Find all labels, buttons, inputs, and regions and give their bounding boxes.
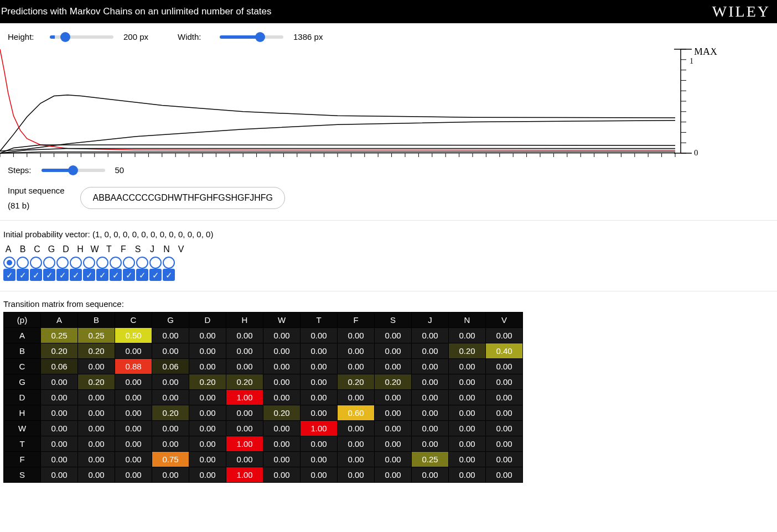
state-visible-checkbox[interactable]: ✓ [30, 269, 42, 281]
state-visible-checkbox[interactable]: ✓ [163, 269, 175, 281]
matrix-cell: 0.00 [412, 390, 449, 405]
matrix-cell: 0.00 [152, 343, 189, 359]
matrix-cell: 0.00 [226, 405, 263, 421]
matrix-row-header: G [4, 374, 41, 390]
matrix-col-header: J [412, 312, 449, 328]
sequence-label: Input sequence [8, 186, 65, 195]
width-value: 1386 px [293, 32, 338, 41]
state-visible-checkbox[interactable]: ✓ [17, 269, 29, 281]
state-visible-checkbox[interactable]: ✓ [96, 269, 108, 281]
matrix-col-header: H [226, 312, 263, 328]
state-letter: B [18, 244, 28, 254]
state-visible-checkbox[interactable]: ✓ [123, 269, 135, 281]
matrix-cell: 0.00 [375, 328, 412, 343]
svg-text:MAX: MAX [694, 48, 717, 57]
matrix-cell: 0.00 [375, 436, 412, 452]
transition-matrix: (p)ABCGDHWTFSJNVA0.250.250.500.000.000.0… [3, 312, 523, 483]
state-visible-checkbox[interactable]: ✓ [110, 269, 122, 281]
matrix-cell: 0.00 [263, 343, 301, 359]
matrix-cell: 0.00 [226, 452, 263, 467]
matrix-cell: 0.00 [189, 343, 226, 359]
matrix-cell: 0.20 [78, 374, 115, 390]
steps-slider[interactable] [42, 169, 105, 172]
state-visible-checkbox[interactable]: ✓ [3, 269, 15, 281]
matrix-cell: 0.00 [375, 467, 412, 483]
matrix-cell: 0.00 [301, 452, 338, 467]
matrix-cell: 0.20 [152, 405, 189, 421]
matrix-cell: 0.00 [301, 359, 338, 374]
matrix-row-header: C [4, 359, 41, 374]
initial-state-radio[interactable] [163, 257, 175, 269]
matrix-cell: 0.50 [115, 328, 152, 343]
width-slider[interactable] [220, 35, 283, 39]
matrix-cell: 0.00 [41, 390, 78, 405]
width-label: Width: [178, 32, 210, 41]
chart-svg: MAX10 [0, 48, 777, 159]
matrix-cell: 0.00 [486, 421, 523, 436]
initial-state-radios [3, 257, 774, 269]
state-letter: T [104, 244, 114, 254]
matrix-cell: 0.20 [263, 405, 301, 421]
state-letter: A [3, 244, 13, 254]
height-value: 200 px [123, 32, 168, 41]
matrix-cell: 0.00 [486, 390, 523, 405]
initial-state-radio[interactable] [56, 257, 69, 269]
initial-state-radio[interactable] [17, 257, 29, 269]
matrix-cell: 0.00 [152, 328, 189, 343]
matrix-cell: 0.00 [41, 374, 78, 390]
height-slider[interactable] [50, 35, 113, 39]
matrix-cell: 0.00 [78, 452, 115, 467]
matrix-cell: 0.00 [338, 452, 375, 467]
matrix-cell: 0.20 [226, 374, 263, 390]
matrix-cell: 0.00 [263, 390, 301, 405]
matrix-cell: 0.00 [189, 359, 226, 374]
initial-state-radio[interactable] [123, 257, 135, 269]
state-visible-checkbox[interactable]: ✓ [149, 269, 162, 281]
matrix-cell: 0.00 [338, 436, 375, 452]
initial-state-radio[interactable] [30, 257, 42, 269]
matrix-cell: 0.00 [449, 359, 486, 374]
matrix-row-header: W [4, 421, 41, 436]
matrix-cell: 0.40 [486, 343, 523, 359]
matrix-cell: 0.00 [189, 390, 226, 405]
matrix-cell: 0.00 [152, 421, 189, 436]
matrix-cell: 0.00 [152, 374, 189, 390]
header-bar: Predictions with Markov Chains on an unl… [0, 0, 777, 23]
matrix-cell: 0.00 [152, 436, 189, 452]
matrix-col-header: F [338, 312, 375, 328]
matrix-cell: 0.00 [338, 359, 375, 374]
matrix-cell: 0.60 [338, 405, 375, 421]
matrix-cell: 0.00 [263, 421, 301, 436]
matrix-cell: 0.00 [189, 467, 226, 483]
initial-state-radio[interactable] [96, 257, 108, 269]
state-visible-checkbox[interactable]: ✓ [83, 269, 95, 281]
state-visible-checkbox[interactable]: ✓ [70, 269, 82, 281]
sequence-input[interactable] [80, 187, 285, 209]
steps-value: 50 [115, 165, 125, 175]
initial-state-radio[interactable] [149, 257, 162, 269]
state-visible-checkbox[interactable]: ✓ [43, 269, 55, 281]
matrix-cell: 0.00 [301, 328, 338, 343]
state-visible-checkbox[interactable]: ✓ [56, 269, 69, 281]
matrix-cell: 0.88 [115, 359, 152, 374]
matrix-cell: 0.00 [301, 343, 338, 359]
initial-state-radio[interactable] [110, 257, 122, 269]
matrix-cell: 0.00 [263, 328, 301, 343]
initial-state-radio[interactable] [3, 257, 15, 269]
matrix-cell: 0.00 [115, 343, 152, 359]
state-visible-checkbox[interactable]: ✓ [136, 269, 148, 281]
sequence-bytes: (81 b) [8, 201, 65, 210]
matrix-cell: 0.20 [375, 374, 412, 390]
matrix-col-header: A [41, 312, 78, 328]
matrix-cell: 0.00 [189, 405, 226, 421]
matrix-cell: 0.00 [41, 436, 78, 452]
initial-state-radio[interactable] [43, 257, 55, 269]
matrix-cell: 0.25 [41, 328, 78, 343]
initial-state-radio[interactable] [83, 257, 95, 269]
matrix-cell: 0.00 [412, 374, 449, 390]
initial-state-radio[interactable] [136, 257, 148, 269]
matrix-cell: 0.00 [152, 390, 189, 405]
initial-state-radio[interactable] [70, 257, 82, 269]
state-letter: N [162, 244, 172, 254]
matrix-cell: 0.00 [338, 328, 375, 343]
